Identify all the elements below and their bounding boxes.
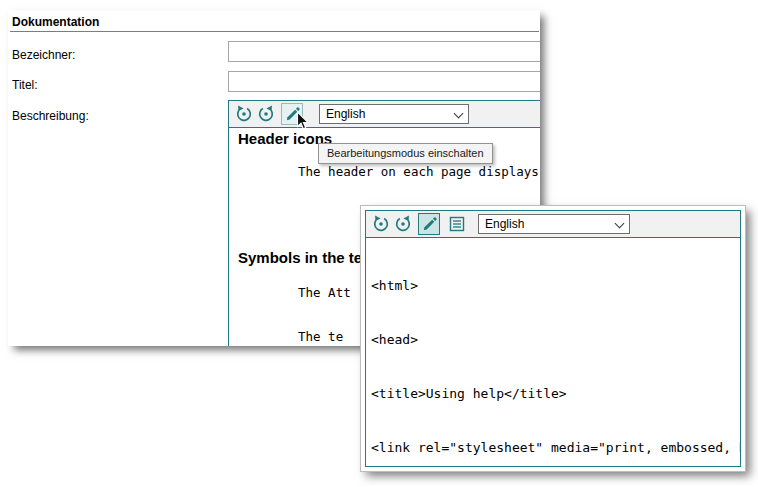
language-select[interactable]: English	[319, 104, 469, 124]
bezeichner-label: Bezeichner:	[12, 48, 75, 62]
rotate-ccw-icon[interactable]	[235, 105, 253, 123]
edit-mode-tooltip: Bearbeitungsmodus einschalten	[318, 143, 493, 164]
chevron-down-icon	[615, 219, 625, 229]
language-select-value: English	[326, 107, 365, 121]
code-line: <title>Using help</title>	[371, 385, 740, 403]
titel-input[interactable]	[228, 71, 540, 92]
language-select-value: English	[485, 217, 524, 231]
edit-mode-icon[interactable]	[418, 213, 440, 235]
rotate-cw-icon[interactable]	[394, 215, 412, 233]
beschreibung-label: Beschreibung:	[12, 109, 89, 123]
mouse-cursor-icon	[296, 111, 309, 135]
source-editor: English <html> <head> <title>Using help<…	[365, 210, 741, 467]
editor-toolbar: English	[229, 101, 540, 128]
code-line: <link rel="stylesheet" media="print, emb…	[371, 439, 740, 457]
rotate-ccw-icon[interactable]	[372, 215, 390, 233]
help-paragraph: The Att	[298, 285, 351, 300]
help-paragraph: The te	[298, 329, 343, 344]
html-source-area[interactable]: <html> <head> <title>Using help</title> …	[366, 238, 740, 465]
titel-label: Titel:	[12, 78, 38, 92]
bezeichner-input[interactable]	[228, 41, 540, 62]
code-line: <head>	[371, 331, 740, 349]
code-line: <html>	[371, 277, 740, 295]
rotate-cw-icon[interactable]	[257, 105, 275, 123]
help-heading: Symbols in the te	[238, 249, 362, 266]
help-paragraph: The header on each page displays	[298, 164, 539, 179]
editor-toolbar: English	[366, 211, 740, 238]
chevron-down-icon	[454, 109, 464, 119]
language-select[interactable]: English	[478, 214, 630, 234]
title-separator	[10, 31, 539, 32]
panel-title: Dokumentation	[12, 15, 99, 29]
source-editor-panel: English <html> <head> <title>Using help<…	[360, 205, 746, 472]
source-view-icon[interactable]	[448, 215, 466, 233]
